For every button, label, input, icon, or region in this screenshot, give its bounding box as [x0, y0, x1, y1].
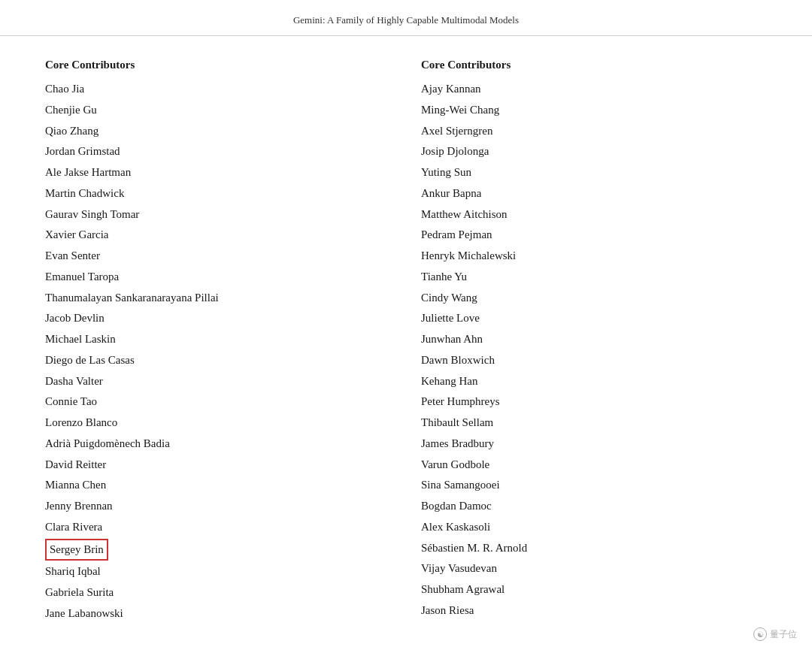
list-item: Josip Djolonga	[421, 141, 767, 162]
list-item: Pedram Pejman	[421, 225, 767, 246]
list-item: Sébastien M. R. Arnold	[421, 538, 767, 559]
list-item: Jane Labanowski	[45, 603, 391, 624]
list-item: Tianhe Yu	[421, 267, 767, 288]
list-item: Sina Samangooei	[421, 475, 767, 496]
list-item: Yuting Sun	[421, 162, 767, 183]
list-item: Vijay Vasudevan	[421, 558, 767, 579]
list-item: Kehang Han	[421, 371, 767, 392]
list-item: Chenjie Gu	[45, 100, 391, 121]
left-name-list: Chao JiaChenjie GuQiao ZhangJordan Grims…	[45, 79, 391, 624]
list-item: Chao Jia	[45, 79, 391, 100]
list-item: Ming-Wei Chang	[421, 100, 767, 121]
list-item: Diego de Las Casas	[45, 350, 391, 371]
list-item: Gabriela Surita	[45, 582, 391, 603]
list-item: Peter Humphreys	[421, 391, 767, 413]
list-item: Dawn Bloxwich	[421, 350, 767, 371]
content-area: Core Contributors Chao JiaChenjie GuQiao…	[0, 59, 812, 624]
list-item: Cindy Wang	[421, 288, 767, 309]
list-item: Shariq Iqbal	[45, 561, 391, 582]
list-item: Thanumalayan Sankaranarayana Pillai	[45, 288, 391, 309]
list-item: Emanuel Taropa	[45, 267, 391, 288]
list-item: Clara Rivera	[45, 517, 391, 538]
list-item: Sergey Brin	[45, 539, 108, 561]
list-item: Henryk Michalewski	[421, 246, 767, 267]
list-item: Junwhan Ahn	[421, 329, 767, 350]
list-item: David Reitter	[45, 455, 391, 476]
list-item: Gaurav Singh Tomar	[45, 204, 391, 225]
list-item: Dasha Valter	[45, 371, 391, 392]
list-item: James Bradbury	[421, 434, 767, 455]
list-item: Alex Kaskasoli	[421, 517, 767, 538]
watermark-icon: ☯	[753, 627, 767, 641]
list-item: Lorenzo Blanco	[45, 413, 391, 434]
watermark: ☯ 量子位	[753, 627, 797, 641]
right-name-list: Ajay KannanMing-Wei ChangAxel Stjerngren…	[421, 79, 767, 621]
watermark-text: 量子位	[770, 628, 797, 641]
list-item: Evan Senter	[45, 246, 391, 267]
list-item: Mianna Chen	[45, 475, 391, 496]
page-header: Gemini: A Family of Highly Capable Multi…	[0, 0, 812, 36]
list-item: Juliette Love	[421, 308, 767, 329]
list-item: Martin Chadwick	[45, 183, 391, 204]
page-container: Gemini: A Family of Highly Capable Multi…	[0, 0, 812, 656]
list-item: Varun Godbole	[421, 455, 767, 476]
list-item: Qiao Zhang	[45, 121, 391, 142]
list-item: Bogdan Damoc	[421, 496, 767, 517]
header-title: Gemini: A Family of Highly Capable Multi…	[293, 14, 519, 26]
list-item: Thibault Sellam	[421, 413, 767, 434]
list-item: Shubham Agrawal	[421, 579, 767, 600]
list-item: Adrià Puigdomènech Badia	[45, 434, 391, 455]
list-item: Axel Stjerngren	[421, 121, 767, 142]
right-column: Core Contributors Ajay KannanMing-Wei Ch…	[421, 59, 767, 624]
list-item: Connie Tao	[45, 391, 391, 413]
right-column-heading: Core Contributors	[421, 59, 767, 71]
list-item: Jenny Brennan	[45, 496, 391, 517]
list-item: Ankur Bapna	[421, 183, 767, 204]
list-item: Xavier Garcia	[45, 225, 391, 246]
list-item: Ajay Kannan	[421, 79, 767, 100]
list-item: Jacob Devlin	[45, 308, 391, 329]
list-item: Michael Laskin	[45, 329, 391, 350]
left-column: Core Contributors Chao JiaChenjie GuQiao…	[45, 59, 421, 624]
list-item: Ale Jakse Hartman	[45, 162, 391, 183]
list-item: Matthew Aitchison	[421, 204, 767, 225]
list-item: Jason Riesa	[421, 600, 767, 621]
list-item: Jordan Grimstad	[45, 141, 391, 162]
left-column-heading: Core Contributors	[45, 59, 391, 71]
